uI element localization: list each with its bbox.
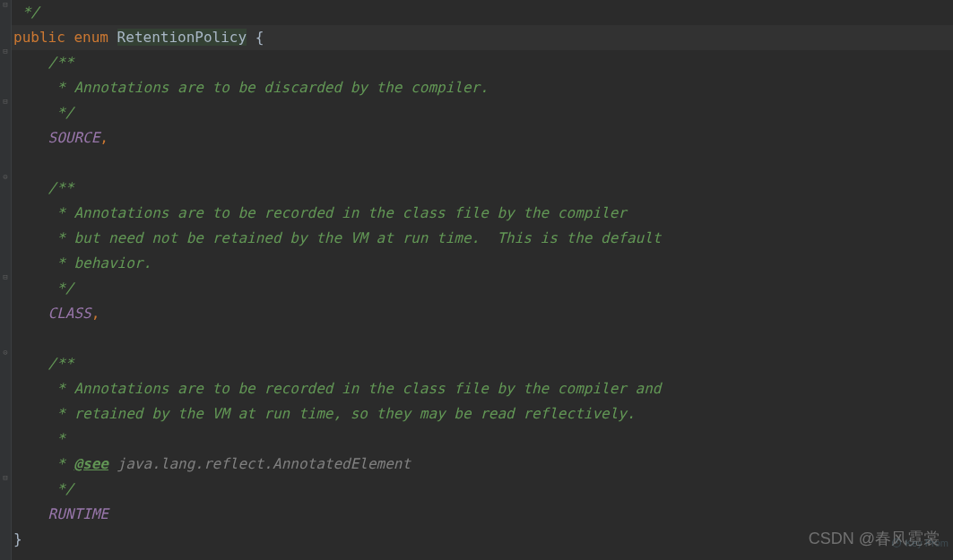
javadoc-text: * but need not be retained by the VM at … bbox=[13, 229, 661, 246]
code-line: * behavior. bbox=[12, 251, 953, 276]
code-line: * @see java.lang.reflect.AnnotatedElemen… bbox=[12, 452, 953, 477]
javadoc-open: /** bbox=[13, 355, 74, 372]
enum-name: RetentionPolicy bbox=[117, 29, 247, 46]
close-brace: } bbox=[13, 530, 22, 547]
javadoc-see-tag: @see bbox=[74, 455, 108, 472]
fold-marker-icon[interactable]: ⊝ bbox=[1, 172, 10, 181]
enum-constant: CLASS bbox=[48, 305, 91, 322]
fold-marker-icon[interactable]: ⊟ bbox=[1, 272, 10, 281]
comma: , bbox=[91, 305, 100, 322]
javadoc-text: * behavior. bbox=[13, 254, 152, 271]
code-line: */ bbox=[12, 276, 953, 301]
javadoc-close: */ bbox=[13, 280, 74, 297]
javadoc-text: * retained by the VM at run time, so the… bbox=[13, 405, 636, 422]
fold-marker-icon[interactable]: ⊟ bbox=[1, 97, 10, 106]
code-line: * Annotations are to be recorded in the … bbox=[12, 376, 953, 401]
comment-text: */ bbox=[13, 4, 39, 21]
open-brace: { bbox=[256, 29, 264, 46]
code-line: * retained by the VM at run time, so the… bbox=[12, 401, 953, 426]
enum-constant: SOURCE bbox=[48, 129, 100, 146]
keyword-enum: enum bbox=[74, 29, 108, 46]
javadoc-open: /** bbox=[13, 179, 74, 196]
editor-gutter: ⊟ ⊟ ⊟ ⊝ ⊟ ⊝ ⊟ bbox=[0, 0, 12, 560]
keyword-public: public bbox=[13, 29, 65, 46]
code-line: * Annotations are to be recorded in the … bbox=[12, 201, 953, 226]
code-line: */ bbox=[12, 100, 953, 125]
javadoc-text: * bbox=[13, 430, 65, 447]
fold-marker-icon[interactable]: ⊟ bbox=[1, 473, 10, 482]
code-line: /** bbox=[12, 50, 953, 75]
enum-constant: RUNTIME bbox=[48, 505, 108, 522]
comma: , bbox=[100, 129, 108, 146]
fold-marker-icon[interactable]: ⊟ bbox=[1, 0, 10, 9]
code-line bbox=[12, 326, 953, 351]
code-line: /** bbox=[12, 176, 953, 201]
javadoc-text: * Annotations are to be recorded in the … bbox=[13, 204, 627, 221]
code-line: */ bbox=[12, 477, 953, 502]
code-line: public enum RetentionPolicy { bbox=[12, 25, 953, 50]
fold-marker-icon[interactable]: ⊝ bbox=[1, 348, 10, 357]
fold-marker-icon[interactable]: ⊟ bbox=[1, 47, 10, 56]
code-editor[interactable]: */ public enum RetentionPolicy { /** * A… bbox=[12, 0, 953, 552]
code-line: * bbox=[12, 426, 953, 452]
code-line: */ bbox=[12, 0, 953, 25]
javadoc-open: /** bbox=[13, 54, 74, 71]
code-line: * but need not be retained by the VM at … bbox=[12, 226, 953, 251]
code-line: CLASS, bbox=[12, 301, 953, 326]
javadoc-link: java.lang.reflect.AnnotatedElement bbox=[108, 455, 411, 472]
javadoc-close: */ bbox=[13, 104, 74, 121]
javadoc-text: * Annotations are to be discarded by the… bbox=[13, 79, 489, 96]
code-line: /** bbox=[12, 351, 953, 376]
code-line: } bbox=[12, 527, 953, 552]
code-line bbox=[12, 151, 953, 176]
code-line: RUNTIME bbox=[12, 502, 953, 527]
code-line: * Annotations are to be discarded by the… bbox=[12, 75, 953, 100]
javadoc-text: * Annotations are to be recorded in the … bbox=[13, 380, 661, 397]
javadoc-close: */ bbox=[13, 480, 74, 497]
code-line: SOURCE, bbox=[12, 125, 953, 151]
javadoc-star: * bbox=[13, 455, 74, 472]
